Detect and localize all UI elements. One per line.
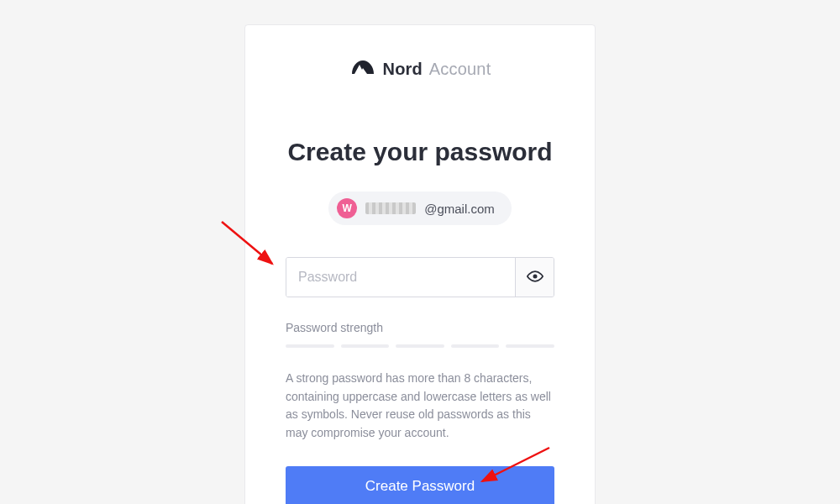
password-input[interactable] bbox=[286, 258, 515, 297]
svg-point-0 bbox=[533, 274, 537, 278]
strength-bar bbox=[451, 344, 500, 348]
email-pill[interactable]: W @gmail.com bbox=[328, 192, 512, 225]
email-local-blurred bbox=[365, 202, 416, 214]
brand-header: Nord Account bbox=[286, 55, 554, 82]
create-password-button[interactable]: Create Password bbox=[286, 466, 554, 504]
password-hint: A strong password has more than 8 charac… bbox=[286, 370, 554, 443]
strength-bar bbox=[396, 344, 444, 348]
email-domain: @gmail.com bbox=[424, 202, 495, 216]
toggle-password-visibility-button[interactable] bbox=[515, 258, 554, 297]
strength-bar bbox=[286, 344, 334, 348]
brand-account: Account bbox=[429, 60, 491, 78]
password-field-wrap bbox=[286, 257, 554, 297]
strength-meter bbox=[286, 344, 554, 348]
avatar: W bbox=[337, 198, 357, 218]
page-title: Create your password bbox=[286, 138, 554, 166]
brand-nord: Nord bbox=[383, 60, 423, 78]
strength-bar bbox=[341, 344, 390, 348]
strength-bar bbox=[506, 344, 554, 348]
eye-icon bbox=[527, 268, 543, 287]
create-password-card: Nord Account Create your password W @gma… bbox=[244, 24, 596, 504]
nord-logo-icon bbox=[349, 55, 376, 82]
strength-label: Password strength bbox=[286, 321, 554, 334]
brand-text: Nord Account bbox=[383, 60, 491, 79]
